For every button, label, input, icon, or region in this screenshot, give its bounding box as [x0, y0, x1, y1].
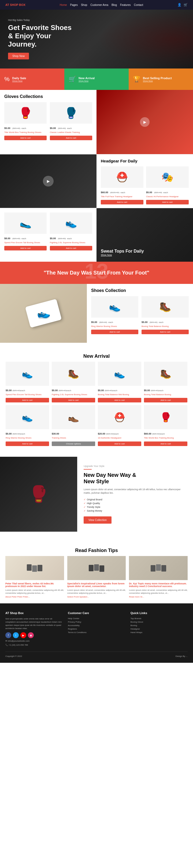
footer-about-desc: Sed ut perspiciatis unde omnis iste natu…	[5, 617, 62, 630]
glove1-name[interactable]: Title World Box Training Boxing Gloves	[4, 131, 47, 134]
shoe1-add-cart[interactable]: Add to cart	[91, 330, 138, 334]
footer-registers[interactable]: Registers	[68, 628, 125, 630]
footer-col-quick: Quick Links Top Brands Boxing Glove Boxi…	[131, 611, 188, 646]
nav-customer[interactable]: Customer Area	[90, 3, 108, 6]
glove1-add-cart[interactable]: Add to cart	[4, 136, 47, 140]
footer-terms[interactable]: Terms & Conditions	[68, 631, 125, 633]
boot1-old: ($20.42)	[12, 237, 20, 240]
footer-boxing[interactable]: Boxing	[131, 624, 188, 627]
shoe1-name[interactable]: Ring Warrior Boxing Shoes	[91, 325, 138, 328]
promo-banners: % Daily Sale Show Now 🛒 New Arrival Shop…	[0, 68, 193, 90]
view-collection-button[interactable]: View Collection	[84, 517, 111, 524]
footer-help[interactable]: Help Center	[68, 617, 125, 620]
hg1-name[interactable]: Title Full Face Training Headgear	[101, 195, 143, 198]
upgrade-features: Original Brand High Quality Trendy Style…	[84, 498, 187, 512]
tip-img-1	[5, 556, 64, 580]
footer-phone: 📞 +1 (44) 123 456 789	[5, 644, 62, 646]
footer-col-customer: Customer Care Help Center Privacy Policy…	[68, 611, 125, 646]
arrival-img-2: 🥾	[52, 362, 95, 386]
tip2-title[interactable]: Specialist's Inspirational Lines speaks …	[67, 582, 126, 588]
boot2-each: each	[67, 237, 72, 240]
tip-card-1: Peter Tital senat libero, moles 43 index…	[5, 556, 64, 598]
nav-shop[interactable]: Shop	[81, 3, 87, 6]
phone-icon: 📞	[5, 644, 8, 646]
upgrade-right: Upgrade Your Style New Day New Way &New …	[77, 457, 193, 532]
tip3-desc: Lorem ipsum dolor sit amet, consectetur …	[129, 589, 188, 594]
nav-features[interactable]: Features	[120, 3, 131, 6]
hg2-name[interactable]: Classic Hi-Performance Headgear	[146, 195, 189, 198]
nav-home[interactable]: Home	[60, 3, 67, 6]
hero-shop-button[interactable]: Shop Now	[8, 53, 29, 59]
footer-privacy[interactable]: Privacy Policy	[68, 621, 125, 623]
boot2-add-cart[interactable]: Add to cart	[50, 246, 92, 250]
nav-blog[interactable]: Blog	[111, 3, 117, 6]
tip3-title[interactable]: Dr. Xyz Topic many more Ameniace elit pr…	[129, 582, 188, 588]
hg2-add-cart[interactable]: Add to cart	[146, 200, 189, 205]
arrival-img-8: 🥊	[144, 405, 187, 429]
tip2-read-more[interactable]: Select Front Speaker...	[67, 596, 126, 598]
new-arrival-title: New Arrival	[5, 348, 188, 362]
promo-daily-link[interactable]: Show Now	[12, 80, 26, 82]
arrival4-btn[interactable]: Add to cart	[144, 398, 187, 402]
boot-img-1: 🥿	[4, 213, 47, 234]
footer-hand-wraps[interactable]: Hand Wraps	[131, 631, 188, 633]
tip3-read-more[interactable]: Read more St...	[129, 596, 188, 598]
shoe-img-2: 🥾	[141, 296, 189, 318]
shoe2-add-cart[interactable]: Add to cart	[141, 330, 189, 334]
arrival1-btn[interactable]: Add to cart	[6, 398, 49, 402]
footer-col-about: AT Shop Box Sed ut perspiciatis unde omn…	[5, 611, 62, 646]
nav-logo[interactable]: AT SHOP BOX	[5, 3, 25, 6]
sweat-tops-link[interactable]: Shop Now	[101, 254, 122, 256]
glove2-name[interactable]: Classic Leather Elastic Training	[50, 131, 92, 134]
fashion-tips-title: Read Fashion Tips	[5, 542, 188, 556]
youtube-icon[interactable]: ▶	[20, 632, 26, 638]
tip1-desc: Lorem ipsum dolor sit amet, consectetur …	[5, 589, 64, 594]
promo-daily-sale: % Daily Sale Show Now	[0, 68, 64, 90]
footer-headgear[interactable]: Headgear	[131, 628, 188, 630]
new-arrival-section: New Arrival 👟 $5.00($20.42)each Speed Fl…	[0, 343, 193, 452]
hg1-add-cart[interactable]: Add to cart	[101, 200, 143, 205]
boot1-name[interactable]: Speed Flex Encore Tall Boxing Shoes	[4, 241, 47, 244]
boxing-play-button[interactable]: ▶	[43, 176, 54, 186]
upgrade-image: 🥊	[0, 457, 77, 532]
boots-right-banner: Sweat Tops For Daily Shop Now	[96, 208, 193, 262]
glove2-add-cart[interactable]: Add to cart	[50, 136, 92, 140]
play-button[interactable]: ▶	[140, 117, 149, 127]
promo-best-link[interactable]: Shop Now	[143, 80, 172, 82]
arrival8-btn[interactable]: Add to cart	[144, 441, 187, 446]
arrival3-btn[interactable]: Add to cart	[98, 398, 141, 402]
arrival-product-6: 👞 $30.00 Training Shoes Choose options	[52, 405, 95, 446]
cart-icon[interactable]: 🛒	[184, 3, 188, 7]
arrival7-btn[interactable]: Add to cart	[98, 441, 141, 446]
facebook-icon[interactable]: f	[5, 632, 11, 638]
twitter-icon[interactable]: t	[13, 632, 19, 638]
tip1-read-more[interactable]: About Peter Peter Peter...	[5, 596, 64, 598]
upgrade-desc: Lorem ipsum dolor sit amet, consectetur …	[84, 488, 187, 495]
gloves-section: Gloves Collections 🥊 $5.00 ($20.42) each…	[0, 90, 193, 154]
hg2-each: each	[163, 191, 168, 194]
footer-boxing-glove[interactable]: Boxing Glove	[131, 621, 188, 623]
glove-img-2: 🥊	[50, 102, 92, 124]
promo-arrival-link[interactable]: Shop Now	[79, 80, 94, 82]
shoe2-name[interactable]: Boxing Total Balance Boxing	[141, 325, 189, 328]
hg1-each: each	[121, 191, 125, 194]
instagram-icon[interactable]: ◉	[28, 632, 34, 638]
footer-email: ✉ info@yourwebsite.com	[5, 640, 62, 642]
footer-accessibility[interactable]: Accessibility	[68, 624, 125, 627]
arrival-img-7: ⛑️	[98, 405, 141, 429]
navigation: AT SHOP BOX Home Pages Shop Customer Are…	[0, 0, 193, 10]
nav-pages[interactable]: Pages	[70, 3, 78, 6]
arrival6-btn[interactable]: Choose options	[52, 441, 95, 446]
tip-card-3: Dr. Xyz Topic many more Ameniace elit pr…	[129, 556, 188, 598]
boot1-add-cart[interactable]: Add to cart	[4, 246, 47, 250]
headgear-title: Headgear For Daily	[101, 159, 189, 163]
boot2-name[interactable]: Fighting 2.0L Supreme Boxing Shoes	[50, 241, 92, 244]
footer-top-brands[interactable]: Top Brands	[131, 617, 188, 620]
hg1-old: ($120.42)	[110, 191, 119, 194]
tip1-title[interactable]: Peter Tital senat libero, moles 43 index…	[5, 582, 64, 588]
nav-contact[interactable]: Contact	[134, 3, 143, 6]
arrival2-btn[interactable]: Add to cart	[52, 398, 95, 402]
arrival5-btn[interactable]: Add to cart	[6, 441, 49, 446]
arrival-product-5: 👟 $5.00($20.42)each Ring Warrior Boxing …	[6, 405, 49, 446]
user-icon[interactable]: 👤	[177, 3, 182, 7]
